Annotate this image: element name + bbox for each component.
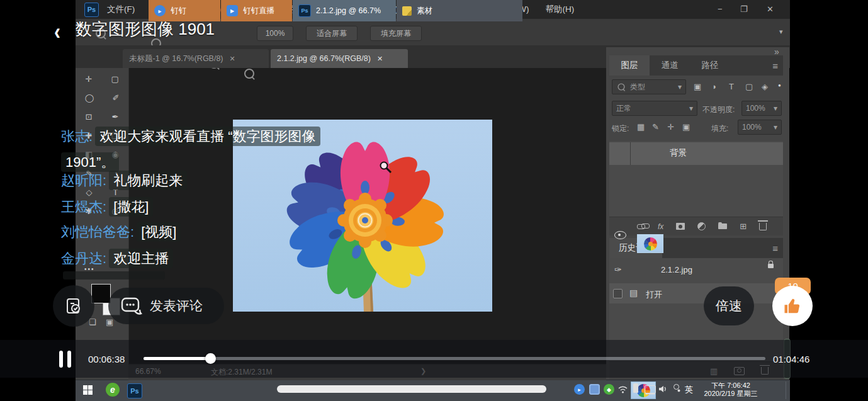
pin-link-icon[interactable] [674,384,679,390]
taskbar-material-button[interactable]: 素材 [397,0,522,21]
lock-artboard-icon[interactable]: ▣ [682,122,690,132]
tool-icon[interactable]: ▢ [111,74,118,84]
taskbar-button-label: 2.1.2.jpg @ 66.7% [316,6,381,15]
document-tab-untitled[interactable]: 未标题-1 @ 16.7%(RGB/8) ✕ [123,49,269,68]
taskbar-dingtalk-live-button[interactable]: ▶ 钉钉直播 [221,0,292,21]
usb-device-icon[interactable] [633,383,638,393]
filter-shape-icon[interactable]: ▢ [745,82,753,91]
pause-button[interactable] [59,351,63,368]
comment-bubble-icon [121,297,142,315]
link-layers-icon[interactable] [637,224,645,229]
layer-name[interactable]: 背景 [670,147,687,159]
layer-style-fx-icon[interactable]: fx [658,222,663,231]
blend-mode-select[interactable]: 正常 ▾ [612,101,697,116]
lock-transparent-icon[interactable]: ▦ [637,122,645,132]
add-mask-icon[interactable] [676,223,685,230]
new-layer-icon[interactable]: ⊞ [740,222,747,231]
taskbar-clock[interactable]: 下午 7:06:42 2020/2/19 星期三 [700,381,762,398]
tool-icon[interactable]: ◯ [85,93,94,103]
menu-file[interactable]: 文件(F) [99,0,143,19]
zoom-100-button[interactable]: 100% [257,26,293,41]
sign-in-button[interactable] [53,285,94,327]
tool-icon[interactable]: ✐ [112,93,119,103]
history-snapshot-name[interactable]: 2.1.2.jpg [661,265,692,274]
foreground-color-swatch[interactable] [91,284,111,303]
layer-filter-box[interactable]: 类型 ▾ [612,79,686,94]
back-button[interactable]: ‹ [54,18,60,45]
chat-text: [撒花] [109,197,153,217]
seek-handle[interactable] [205,353,216,364]
live-title: 数字图形图像 1901 [76,18,215,40]
delete-layer-icon[interactable] [759,223,767,230]
show-desktop-divider[interactable] [786,381,786,399]
clock-date: 2020/2/19 星期三 [700,390,762,398]
filter-search-icon [617,83,624,90]
thumbs-up-icon [783,297,802,315]
history-state-name[interactable]: 打开 [646,289,662,300]
panel-menu-icon[interactable]: ≡ [662,238,783,258]
layer-thumbnail[interactable] [637,234,663,253]
seek-bar-track[interactable] [144,357,765,360]
lock-paint-icon[interactable]: ✎ [652,122,659,132]
filter-smart-icon[interactable]: ◈ [762,82,768,91]
tab-layers[interactable]: 图层 [609,55,650,76]
layers-panel-tabbar: 图层 通道 路径 ≡ [609,55,783,76]
tab-close-icon[interactable]: ✕ [377,55,383,63]
fit-screen-button[interactable]: 适合屏幕 [306,26,358,41]
screen-mode-icon[interactable]: ▣ [106,317,113,327]
filter-type-icon[interactable]: T [729,82,734,91]
input-method-indicator[interactable]: 英 [685,384,693,395]
start-button[interactable] [83,385,93,395]
new-group-icon[interactable] [718,223,727,229]
adjustment-layer-icon[interactable] [697,222,706,230]
chat-username: 金丹达: [61,251,109,266]
workspace-dropdown-icon[interactable]: ▾ [779,28,783,36]
divider [630,142,631,165]
fill-field[interactable]: 100% ▾ [738,120,782,135]
close-icon[interactable]: ✕ [767,4,774,14]
browser-icon[interactable]: e [106,383,120,397]
dropdown-icon: ▾ [689,104,693,113]
layer-row-background[interactable] [609,142,783,165]
like-button[interactable] [772,286,813,326]
tray-dingtalk-icon[interactable]: ▸ [574,384,585,395]
layer-visibility-eye-icon[interactable] [614,231,626,239]
fill-screen-button[interactable]: 填充屏幕 [370,26,422,41]
current-time: 00:06:38 [88,354,125,364]
tool-icon[interactable]: ✛ [85,74,92,84]
post-comment-button[interactable]: 发表评论 [108,288,224,324]
photoshop-taskbar-icon[interactable]: Ps [127,383,142,398]
tool-icon[interactable]: ✒ [112,112,119,121]
filter-toggle-icon[interactable]: ● [778,82,781,88]
playback-speed-button[interactable]: 倍速 [704,286,754,325]
dingtalk-live-icon: ▶ [227,5,238,16]
panel-menu-icon[interactable]: ≡ [730,55,783,76]
tray-grid-app-icon[interactable] [589,384,600,395]
history-state-checkbox[interactable] [613,289,623,298]
history-brush-source-icon[interactable]: ✑ [614,264,622,274]
filter-pixel-icon[interactable]: ▣ [694,82,701,91]
document-tab-active[interactable]: 2.1.2.jpg @ 66.7%(RGB/8) ✕ [271,49,408,68]
chat-username: 刘恺怡爸爸: [61,224,137,240]
computer-icon[interactable] [645,385,656,393]
restore-icon[interactable]: ❐ [740,4,748,14]
tray-green-app-icon[interactable]: ◆ [604,384,614,395]
taskbar-ps-document-button[interactable]: Ps 2.1.2.jpg @ 66.7% [293,0,396,21]
zoom-option-icon[interactable] [244,69,254,79]
filter-adjustment-icon[interactable]: ◑ [711,82,716,91]
opacity-field[interactable]: 100% ▾ [741,101,782,116]
lock-move-icon[interactable]: ✛ [667,122,674,132]
tab-channels[interactable]: 通道 [650,55,690,76]
menu-help[interactable]: 帮助(H) [537,0,582,19]
tool-icon[interactable]: ⊡ [86,112,93,121]
speaker-icon[interactable] [658,385,668,393]
wifi-icon[interactable] [617,385,628,393]
minimize-icon[interactable]: − [718,4,723,14]
tab-close-icon[interactable]: ✕ [230,55,235,63]
tab-paths[interactable]: 路径 [690,55,730,76]
taskbar-button-label: 素材 [417,6,432,16]
photoshop-app-icon: Ps [84,3,99,17]
pause-button[interactable] [67,351,71,368]
lock-label: 锁定: [612,123,629,134]
white-bar-overlay [277,385,546,393]
